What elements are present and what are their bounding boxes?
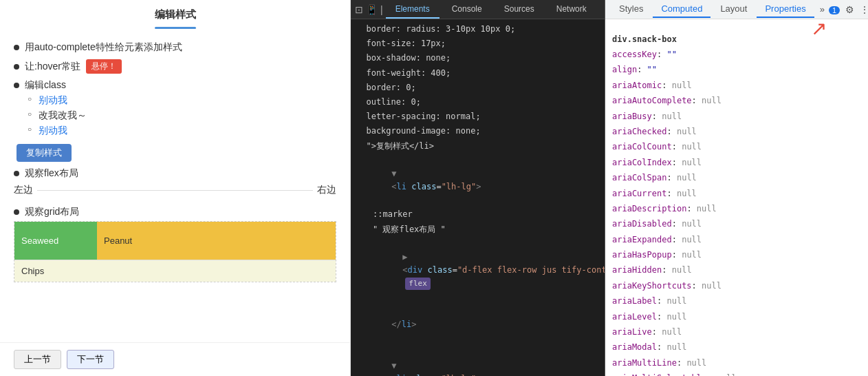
left-title: 编辑样式 — [0, 0, 350, 24]
sub-list: 别动我 改我改我～ 别动我 — [28, 94, 336, 137]
tab-console[interactable]: Console — [442, 1, 492, 19]
left-content: 用auto-complete特性给元素添加样式 让:hover常驻 悬停！ 编辑… — [0, 34, 350, 342]
property-row: accessKey: "" — [612, 47, 861, 62]
grid-cell-chips: Chips — [14, 260, 336, 282]
list-item: 让:hover常驻 悬停！ — [14, 59, 336, 74]
code-line: ▼ <li class="lh-lg"> — [351, 154, 605, 208]
sub-text: 改我改我～ — [39, 109, 87, 121]
sub-item: 别动我 — [28, 94, 336, 107]
code-line: background-image: none; — [351, 124, 605, 138]
bullet-item: 让:hover常驻 悬停！ — [14, 59, 336, 74]
code-line: font-size: 17px; — [351, 36, 605, 51]
bullet-item: 观察flex布局 — [14, 167, 336, 180]
code-line: outline: 0; — [351, 95, 605, 109]
item-text: 观察grid布局 — [25, 206, 79, 218]
property-row: ariaDescription: null — [612, 201, 861, 216]
tab-computed[interactable]: Computed — [653, 1, 710, 18]
property-row: ariaExpanded: null — [612, 232, 861, 247]
property-row: ariaLabel: null — [612, 293, 861, 309]
right-panel: Styles Computed Layout Properties » 1 ⚙ … — [605, 0, 868, 376]
toolbar-icons: 1 ⚙ ⋮ ✕ — [829, 4, 868, 15]
property-row: ariaLive: null — [612, 324, 861, 340]
copy-style-button[interactable]: 复制样式 — [17, 144, 72, 162]
tab-layout[interactable]: Layout — [712, 1, 755, 18]
bullet-item: 用auto-complete特性给元素添加样式 — [14, 41, 336, 54]
properties-content[interactable]: div.snack-box accessKey: ""align: ""aria… — [605, 28, 868, 376]
red-arrow: ↗ — [811, 19, 827, 39]
bullet-item: 观察grid布局 — [14, 206, 336, 218]
hover-button[interactable]: 悬停！ — [86, 59, 122, 74]
separator: | — [380, 4, 383, 15]
code-line: " 观察flex布局 " — [351, 222, 605, 237]
property-row: ariaKeyShortcuts: null — [612, 278, 861, 293]
property-row: ariaColIndex: null — [612, 155, 861, 170]
tab-sources[interactable]: Sources — [495, 1, 544, 19]
property-row: ariaDisabled: null — [612, 216, 861, 231]
code-line: ▼ <li class="lh-lg"> — [351, 345, 605, 376]
next-button[interactable]: 下一节 — [67, 350, 114, 369]
divider — [37, 190, 313, 191]
property-row: ariaLevel: null — [612, 309, 861, 324]
property-row: ariaCurrent: null — [612, 186, 861, 201]
property-row: ariaBusy: null — [612, 109, 861, 124]
item-text: 编辑class — [25, 79, 66, 92]
property-row: ariaModal: null — [612, 340, 861, 355]
bullet-dot — [14, 83, 19, 88]
code-area[interactable]: border: radius: 3-10px 10px 0; font-size… — [351, 19, 605, 376]
sub-link[interactable]: 别动我 — [39, 125, 67, 136]
grid-demo: Seaweed Peanut Chips — [14, 221, 336, 282]
code-line: border: radius: 3-10px 10px 0; — [351, 22, 605, 36]
sub-item: 别动我 — [28, 125, 336, 137]
devtools-topbar: ⊡ 📱 | Elements Console Sources Network A… — [351, 0, 605, 19]
code-line: box-shadow: none; — [351, 51, 605, 65]
right-top-nav: Styles Computed Layout Properties » — [611, 1, 829, 18]
sub-link[interactable]: 别动我 — [39, 94, 67, 105]
grid-cell-seaweed: Seaweed — [14, 222, 97, 260]
more-tabs-icon[interactable]: » — [816, 1, 829, 17]
property-row: ariaColSpan: null — [612, 170, 861, 185]
property-row: ariaMultiLine: null — [612, 355, 861, 370]
title-underline — [155, 27, 196, 29]
list-item: 观察flex布局 左边 右边 — [14, 167, 336, 200]
inspect-icon[interactable]: ⊡ — [355, 4, 363, 15]
bullet-dot — [14, 45, 19, 50]
sub-item: 改我改我～ — [28, 109, 336, 122]
left-panel: 编辑样式 用auto-complete特性给元素添加样式 让:hover常驻 悬… — [0, 0, 351, 376]
bullet-item: 编辑class — [14, 79, 336, 92]
code-line: border: 0; — [351, 81, 605, 95]
bullet-dot — [14, 171, 19, 176]
tab-network[interactable]: Network — [547, 1, 596, 19]
property-row: ariaHidden: null — [612, 262, 861, 278]
settings-icon[interactable]: ⚙ — [845, 4, 854, 15]
badge-icon: 1 — [829, 4, 840, 15]
prev-button[interactable]: 上一节 — [14, 350, 61, 369]
tab-properties[interactable]: Properties — [757, 1, 814, 18]
device-icon[interactable]: 📱 — [366, 4, 378, 15]
property-row: align: "" — [612, 62, 861, 77]
right-top-bar: Styles Computed Layout Properties » 1 ⚙ … — [605, 0, 868, 19]
list-item: 用auto-complete特性给元素添加样式 — [14, 41, 336, 54]
property-row: ariaAtomic: null — [612, 78, 861, 93]
code-line: </li> — [351, 304, 605, 346]
list-item: 编辑class 别动我 改我改我～ 别动我 复制样式 — [14, 79, 336, 162]
property-row: ariaColCount: null — [612, 139, 861, 154]
property-row: ariaMultiSelectable: null — [612, 370, 861, 376]
code-line: ">复制样式</li> — [351, 139, 605, 154]
tab-styles[interactable]: Styles — [611, 1, 651, 18]
left-footer: 上一节 下一节 — [0, 342, 350, 376]
grid-cell-peanut: Peanut — [97, 222, 336, 260]
bullet-dot — [14, 209, 19, 215]
tab-application[interactable]: Application — [599, 1, 605, 19]
tab-elements[interactable]: Elements — [386, 1, 440, 19]
property-row: ariaHasPopup: null — [612, 247, 861, 262]
property-row: ariaAutoComplete: null — [612, 93, 861, 108]
arrow-indicator: ↗ — [605, 19, 868, 28]
more-icon[interactable]: ⋮ — [860, 4, 868, 15]
list-item: 观察grid布局 Seaweed Peanut Chips — [14, 206, 336, 282]
properties-list: accessKey: ""align: ""ariaAtomic: nullar… — [612, 47, 861, 376]
code-line: letter-spacing: normal; — [351, 109, 605, 124]
devtools-middle-panel: ⊡ 📱 | Elements Console Sources Network A… — [351, 0, 605, 376]
code-line: font-weight: 400; — [351, 66, 605, 81]
right-label: 右边 — [317, 184, 336, 196]
left-label: 左边 — [14, 184, 33, 196]
